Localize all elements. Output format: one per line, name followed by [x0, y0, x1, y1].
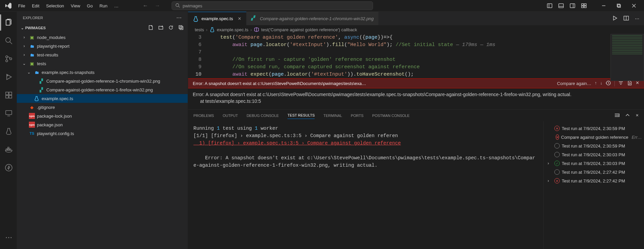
panel-tab-output[interactable]: OUTPUT: [223, 112, 238, 119]
run-label: Compare against golden reference: [561, 135, 628, 140]
panel-tab-ports[interactable]: PORTS: [351, 112, 364, 119]
more-icon[interactable]: ⋯: [635, 16, 639, 21]
tree-file-snap-firefox[interactable]: ▞Compare-against-golden-reference-1-fire…: [17, 85, 188, 94]
folder-name: PWIMAGES: [25, 26, 46, 30]
tree-folder-tests[interactable]: ⌄▣tests: [17, 59, 188, 68]
test-run-item[interactable]: Test run at 7/9/2024, 2:30:59 PM: [545, 141, 643, 150]
tab-example-spec[interactable]: example.spec.ts ✕: [188, 12, 246, 25]
explorer-actions: [148, 25, 184, 31]
activity-extensions-icon[interactable]: [0, 87, 16, 103]
activity-testing-icon[interactable]: [0, 123, 16, 139]
nav-back-icon[interactable]: ←: [143, 3, 148, 9]
chevron-up-icon[interactable]: [625, 113, 630, 119]
activity-docker-icon[interactable]: [0, 141, 16, 158]
layout-bottom-icon[interactable]: [558, 3, 564, 8]
layout-right-icon[interactable]: [570, 3, 575, 8]
activity-thunder-icon[interactable]: [0, 160, 16, 176]
test-run-item[interactable]: ✕Compare against golden referenceErr…: [545, 133, 643, 141]
close-icon[interactable]: ✕: [636, 80, 639, 87]
menu-run[interactable]: Run: [97, 2, 110, 10]
run-error: Err…: [632, 135, 642, 140]
minimize-icon[interactable]: [596, 0, 611, 12]
error-actions: ↑ ↓ ✕: [595, 80, 639, 87]
svg-rect-13: [617, 4, 620, 7]
code-editor[interactable]: 3 6 7 8 9 10 test('Compare against golde…: [188, 34, 644, 78]
nav-forward-icon[interactable]: →: [155, 3, 160, 9]
close-icon[interactable]: ✕: [636, 113, 639, 118]
titlebar: File Edit Selection View Go Run … ← → pw…: [0, 0, 644, 12]
tree-folder-test-results[interactable]: ›🖿test-results: [17, 50, 188, 59]
test-run-item[interactable]: Test run at 7/9/2024, 2:30:03 PM: [545, 150, 643, 159]
close-icon[interactable]: [626, 0, 641, 12]
activity-remote-icon[interactable]: [0, 105, 16, 121]
close-icon[interactable]: ✕: [238, 16, 241, 21]
activity-scm-icon[interactable]: [0, 51, 16, 67]
test-output[interactable]: Running 1 test using 1 worker [1/1] [fir…: [188, 121, 543, 249]
sidebar-explorer: EXPLORER ⋯ ⌄ PWIMAGES ›▣node_modules ›🖿p…: [17, 12, 188, 249]
tab-snapshot-image[interactable]: ▞ Compare-against-golden-reference-1-chr…: [246, 12, 379, 25]
test-run-item[interactable]: ✕Test run at 7/9/2024, 2:30:59 PM: [545, 124, 643, 133]
tab-label: example.spec.ts: [201, 16, 233, 21]
goto-file-icon[interactable]: [627, 80, 632, 87]
arrow-up-icon[interactable]: ↑: [595, 80, 597, 87]
panel-tab-test-results[interactable]: TEST RESULTS: [287, 112, 315, 119]
list-icon[interactable]: [614, 113, 619, 119]
code-lines[interactable]: test('Compare against golden reference',…: [208, 34, 644, 78]
panel-tab-postman[interactable]: POSTMAN CONSOLE: [372, 112, 410, 119]
explorer-section-header[interactable]: ⌄ PWIMAGES: [17, 24, 188, 32]
tree-folder-node-modules[interactable]: ›▣node_modules: [17, 33, 188, 42]
image-icon: ▞: [38, 78, 44, 84]
tree-file-example-spec[interactable]: example.spec.ts: [17, 94, 188, 103]
menu-more[interactable]: …: [111, 2, 121, 10]
breadcrumb-item[interactable]: test('Compare against golden reference')…: [261, 27, 357, 32]
tree-file-package[interactable]: npmpackage.json: [17, 120, 188, 129]
new-file-icon[interactable]: [148, 25, 153, 31]
run-icon[interactable]: [612, 15, 617, 22]
activity-more-icon[interactable]: [0, 230, 16, 246]
panel-tab-problems[interactable]: PROBLEMS: [193, 112, 214, 119]
titlebar-right: [547, 0, 641, 12]
filter-icon[interactable]: [618, 80, 624, 87]
test-run-item[interactable]: ›✕Test run at 7/9/2024, 2:27:42 PM: [545, 176, 643, 185]
panel-body: Running 1 test using 1 worker [1/1] [fir…: [188, 121, 644, 249]
activity-search-icon[interactable]: [0, 33, 16, 49]
arrow-down-icon[interactable]: ↓: [600, 80, 603, 87]
menu-edit[interactable]: Edit: [29, 2, 42, 10]
tree-file-playwright-config[interactable]: TSplaywright.config.ts: [17, 129, 188, 138]
tree-folder-snapshots[interactable]: ⌄🖿example.spec.ts-snapshots: [17, 68, 188, 77]
tree-file-package-lock[interactable]: npmpackage-lock.json: [17, 112, 188, 120]
run-label: Test run at 7/9/2024, 2:30:03 PM: [562, 152, 625, 157]
history-icon[interactable]: [606, 80, 611, 87]
menu-file[interactable]: File: [15, 2, 28, 10]
menu-go[interactable]: Go: [84, 2, 95, 10]
image-icon: ▞: [38, 87, 44, 93]
split-editor-icon[interactable]: [624, 15, 629, 22]
layout-left-icon[interactable]: [547, 3, 552, 8]
collapse-all-icon[interactable]: [178, 25, 184, 31]
layout-grid-icon[interactable]: [581, 3, 587, 8]
explorer-more-icon[interactable]: ⋯: [176, 14, 182, 21]
panel-tab-debug-console[interactable]: DEBUG CONSOLE: [246, 112, 279, 119]
test-run-item[interactable]: ›✓Test run at 7/9/2024, 2:30:03 PM: [545, 159, 643, 168]
maximize-icon[interactable]: [611, 0, 626, 12]
breadcrumbs[interactable]: tests › example.spec.ts › test('Compare …: [188, 25, 644, 34]
menu-view[interactable]: View: [68, 2, 83, 10]
activity-debug-icon[interactable]: [0, 69, 16, 85]
breadcrumb-item[interactable]: example.spec.ts: [217, 27, 248, 32]
peek-error-body[interactable]: Error: A snapshot doesn't exist at c:\Us…: [188, 88, 644, 109]
activity-explorer-icon[interactable]: [0, 14, 16, 31]
breadcrumb-item[interactable]: tests: [195, 27, 204, 32]
test-run-item[interactable]: Test run at 7/9/2024, 2:27:42 PM: [545, 168, 643, 176]
svg-rect-10: [582, 6, 584, 8]
command-center[interactable]: pwimages: [172, 1, 373, 10]
tree-folder-playwright-report[interactable]: ›🖿playwright-report: [17, 42, 188, 50]
tree-file-snap-chromium[interactable]: ▞Compare-against-golden-reference-1-chro…: [17, 77, 188, 85]
panel-tab-terminal[interactable]: TERMINAL: [323, 112, 342, 119]
svg-point-23: [7, 75, 8, 76]
tree-file-gitignore[interactable]: ◆.gitignore: [17, 103, 188, 112]
refresh-icon[interactable]: [168, 25, 174, 31]
pending-icon: [554, 169, 560, 175]
minimap[interactable]: [610, 34, 644, 81]
new-folder-icon[interactable]: [158, 25, 164, 31]
menu-selection[interactable]: Selection: [43, 2, 66, 10]
